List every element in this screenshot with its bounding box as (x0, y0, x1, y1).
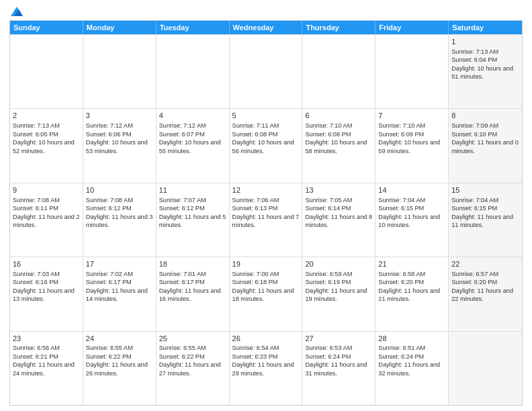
weekday-header: Wednesday (230, 21, 303, 34)
day-number: 28 (378, 334, 445, 344)
day-info: Sunrise: 7:08 AMSunset: 6:11 PMDaylight:… (13, 197, 80, 228)
day-info: Sunrise: 7:07 AMSunset: 6:12 PMDaylight:… (159, 197, 226, 228)
calendar-cell: 21Sunrise: 6:58 AMSunset: 6:20 PMDayligh… (375, 257, 449, 330)
calendar-cell: 7Sunrise: 7:10 AMSunset: 6:09 PMDaylight… (375, 109, 449, 182)
day-info: Sunrise: 7:01 AMSunset: 6:17 PMDaylight:… (159, 271, 221, 302)
logo-icon (11, 7, 23, 16)
day-info: Sunrise: 7:02 AMSunset: 6:17 PMDaylight:… (86, 271, 148, 302)
day-info: Sunrise: 6:54 AMSunset: 6:23 PMDaylight:… (232, 345, 294, 376)
day-number: 24 (86, 334, 153, 344)
day-info: Sunrise: 7:00 AMSunset: 6:18 PMDaylight:… (232, 271, 294, 302)
day-number: 11 (159, 185, 226, 195)
calendar-cell (10, 35, 83, 108)
day-number: 7 (378, 111, 445, 121)
day-number: 25 (159, 334, 226, 344)
day-info: Sunrise: 7:03 AMSunset: 6:16 PMDaylight:… (13, 271, 75, 302)
day-number: 16 (13, 259, 80, 269)
header (9, 7, 523, 16)
calendar-cell: 12Sunrise: 7:06 AMSunset: 6:13 PMDayligh… (230, 183, 303, 257)
day-number: 1 (451, 37, 519, 47)
day-info: Sunrise: 6:55 AMSunset: 6:22 PMDaylight:… (159, 345, 221, 376)
calendar-cell (83, 35, 157, 108)
weekday-header: Sunday (10, 21, 83, 34)
calendar-cell: 10Sunrise: 7:08 AMSunset: 6:12 PMDayligh… (83, 183, 157, 257)
calendar-cell: 14Sunrise: 7:04 AMSunset: 6:15 PMDayligh… (375, 183, 449, 257)
day-number: 12 (232, 185, 300, 195)
day-number: 9 (13, 185, 80, 195)
day-info: Sunrise: 7:10 AMSunset: 6:08 PMDaylight:… (305, 122, 367, 154)
weekday-header: Saturday (449, 21, 522, 34)
day-number: 2 (13, 111, 80, 121)
page: SundayMondayTuesdayWednesdayThursdayFrid… (0, 0, 532, 411)
calendar-cell (230, 35, 303, 108)
day-number: 18 (159, 259, 226, 269)
day-number: 3 (86, 111, 153, 121)
day-info: Sunrise: 7:08 AMSunset: 6:12 PMDaylight:… (86, 197, 153, 228)
day-number: 14 (378, 185, 445, 195)
day-info: Sunrise: 6:59 AMSunset: 6:19 PMDaylight:… (305, 271, 367, 302)
calendar-cell (157, 35, 230, 108)
calendar-row: 23Sunrise: 6:56 AMSunset: 6:21 PMDayligh… (10, 331, 522, 405)
weekday-header: Friday (375, 21, 449, 34)
day-info: Sunrise: 7:10 AMSunset: 6:09 PMDaylight:… (378, 122, 440, 154)
calendar-row: 1Sunrise: 7:13 AMSunset: 6:04 PMDaylight… (10, 34, 522, 108)
calendar-cell: 24Sunrise: 6:55 AMSunset: 6:22 PMDayligh… (83, 332, 157, 405)
calendar-cell: 2Sunrise: 7:13 AMSunset: 6:05 PMDaylight… (10, 109, 83, 182)
day-number: 17 (86, 259, 153, 269)
calendar-row: 2Sunrise: 7:13 AMSunset: 6:05 PMDaylight… (10, 108, 522, 182)
calendar: SundayMondayTuesdayWednesdayThursdayFrid… (9, 20, 523, 406)
day-info: Sunrise: 7:12 AMSunset: 6:07 PMDaylight:… (159, 122, 221, 154)
calendar-cell: 8Sunrise: 7:09 AMSunset: 6:10 PMDaylight… (449, 109, 522, 182)
calendar-cell: 3Sunrise: 7:12 AMSunset: 6:06 PMDaylight… (83, 109, 157, 182)
weekday-header: Monday (83, 21, 157, 34)
day-info: Sunrise: 7:06 AMSunset: 6:13 PMDaylight:… (232, 197, 300, 228)
calendar-header: SundayMondayTuesdayWednesdayThursdayFrid… (10, 21, 522, 34)
day-info: Sunrise: 6:57 AMSunset: 6:20 PMDaylight:… (451, 271, 513, 302)
calendar-cell (302, 35, 375, 108)
day-info: Sunrise: 7:04 AMSunset: 6:15 PMDaylight:… (451, 197, 513, 228)
day-number: 13 (305, 185, 372, 195)
day-number: 22 (451, 259, 519, 269)
calendar-cell: 19Sunrise: 7:00 AMSunset: 6:18 PMDayligh… (230, 257, 303, 330)
calendar-cell: 18Sunrise: 7:01 AMSunset: 6:17 PMDayligh… (157, 257, 230, 330)
calendar-cell: 27Sunrise: 6:53 AMSunset: 6:24 PMDayligh… (302, 332, 375, 405)
calendar-cell: 22Sunrise: 6:57 AMSunset: 6:20 PMDayligh… (449, 257, 522, 330)
day-info: Sunrise: 7:09 AMSunset: 6:10 PMDaylight:… (451, 122, 519, 154)
day-number: 15 (451, 185, 519, 195)
calendar-cell: 28Sunrise: 6:51 AMSunset: 6:24 PMDayligh… (375, 332, 449, 405)
day-info: Sunrise: 6:58 AMSunset: 6:20 PMDaylight:… (378, 271, 440, 302)
calendar-body: 1Sunrise: 7:13 AMSunset: 6:04 PMDaylight… (10, 34, 522, 405)
day-number: 20 (305, 259, 372, 269)
calendar-cell: 16Sunrise: 7:03 AMSunset: 6:16 PMDayligh… (10, 257, 83, 330)
day-info: Sunrise: 7:12 AMSunset: 6:06 PMDaylight:… (86, 122, 148, 154)
calendar-cell (449, 332, 522, 405)
calendar-cell (375, 35, 449, 108)
calendar-cell: 9Sunrise: 7:08 AMSunset: 6:11 PMDaylight… (10, 183, 83, 257)
calendar-cell: 6Sunrise: 7:10 AMSunset: 6:08 PMDaylight… (302, 109, 375, 182)
day-number: 26 (232, 334, 300, 344)
weekday-header: Thursday (302, 21, 375, 34)
day-number: 27 (305, 334, 372, 344)
calendar-cell: 23Sunrise: 6:56 AMSunset: 6:21 PMDayligh… (10, 332, 83, 405)
day-number: 19 (232, 259, 300, 269)
calendar-cell: 15Sunrise: 7:04 AMSunset: 6:15 PMDayligh… (449, 183, 522, 257)
day-info: Sunrise: 7:04 AMSunset: 6:15 PMDaylight:… (378, 197, 440, 228)
calendar-cell: 4Sunrise: 7:12 AMSunset: 6:07 PMDaylight… (157, 109, 230, 182)
calendar-cell: 26Sunrise: 6:54 AMSunset: 6:23 PMDayligh… (230, 332, 303, 405)
calendar-cell: 11Sunrise: 7:07 AMSunset: 6:12 PMDayligh… (157, 183, 230, 257)
day-number: 4 (159, 111, 226, 121)
day-info: Sunrise: 6:55 AMSunset: 6:22 PMDaylight:… (86, 345, 148, 376)
day-number: 8 (451, 111, 519, 121)
calendar-row: 16Sunrise: 7:03 AMSunset: 6:16 PMDayligh… (10, 257, 522, 330)
day-info: Sunrise: 7:13 AMSunset: 6:05 PMDaylight:… (13, 122, 75, 154)
day-info: Sunrise: 6:53 AMSunset: 6:24 PMDaylight:… (305, 345, 367, 376)
day-number: 21 (378, 259, 445, 269)
weekday-header: Tuesday (157, 21, 230, 34)
day-number: 23 (13, 334, 80, 344)
day-number: 6 (305, 111, 372, 121)
calendar-cell: 17Sunrise: 7:02 AMSunset: 6:17 PMDayligh… (83, 257, 157, 330)
day-info: Sunrise: 7:11 AMSunset: 6:08 PMDaylight:… (232, 122, 294, 154)
calendar-cell: 25Sunrise: 6:55 AMSunset: 6:22 PMDayligh… (157, 332, 230, 405)
day-info: Sunrise: 7:05 AMSunset: 6:14 PMDaylight:… (305, 197, 372, 228)
day-number: 10 (86, 185, 153, 195)
